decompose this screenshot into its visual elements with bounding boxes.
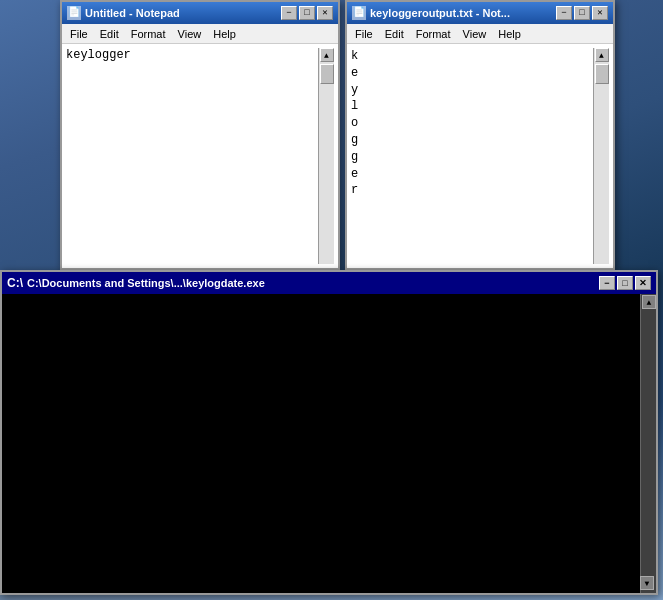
notepad1-title: Untitled - Notepad	[85, 7, 180, 19]
notepad1-close-button[interactable]: ✕	[317, 6, 333, 20]
notepad1-icon: 📄	[67, 6, 81, 20]
notepad2-window: 📄 keyloggeroutput.txt - Not... − □ ✕ Fil…	[345, 0, 615, 270]
cmd-window: C:\ C:\Documents and Settings\...\keylog…	[0, 270, 658, 595]
notepad1-menu-view[interactable]: View	[172, 26, 208, 42]
cmd-icon: C:\	[7, 276, 23, 290]
notepad1-scroll-thumb[interactable]	[320, 64, 334, 84]
cmd-scroll-up[interactable]: ▲	[642, 295, 656, 309]
notepad1-menu-format[interactable]: Format	[125, 26, 172, 42]
vertical-char: e	[351, 65, 593, 82]
notepad1-scroll-up[interactable]: ▲	[320, 48, 334, 62]
vertical-char: y	[351, 82, 593, 99]
notepad2-menu-view[interactable]: View	[457, 26, 493, 42]
notepad1-menu-edit[interactable]: Edit	[94, 26, 125, 42]
notepad1-minimize-button[interactable]: −	[281, 6, 297, 20]
notepad2-minimize-button[interactable]: −	[556, 6, 572, 20]
cmd-minimize-button[interactable]: −	[599, 276, 615, 290]
cmd-maximize-button[interactable]: □	[617, 276, 633, 290]
notepad2-title: keyloggeroutput.txt - Not...	[370, 7, 510, 19]
vertical-char: g	[351, 132, 593, 149]
notepad2-icon: 📄	[352, 6, 366, 20]
cmd-scrollbar[interactable]: ▲ ▼	[640, 294, 656, 593]
cmd-close-button[interactable]: ✕	[635, 276, 651, 290]
notepad1-window-buttons: − □ ✕	[281, 6, 333, 20]
notepad2-menu-format[interactable]: Format	[410, 26, 457, 42]
notepad2-scrollbar[interactable]: ▲	[593, 48, 609, 264]
vertical-char: e	[351, 166, 593, 183]
notepad1-content-area[interactable]: keylogger ▲	[62, 44, 338, 268]
cmd-content[interactable]: ▲ ▼	[2, 294, 656, 593]
notepad1-menu-file[interactable]: File	[64, 26, 94, 42]
notepad2-menu-file[interactable]: File	[349, 26, 379, 42]
notepad2-scroll-up[interactable]: ▲	[595, 48, 609, 62]
notepad2-window-buttons: − □ ✕	[556, 6, 608, 20]
cmd-window-buttons: − □ ✕	[599, 276, 651, 290]
vertical-char: l	[351, 98, 593, 115]
notepad2-menubar: File Edit Format View Help	[347, 24, 613, 44]
notepad1-menubar: File Edit Format View Help	[62, 24, 338, 44]
notepad2-close-button[interactable]: ✕	[592, 6, 608, 20]
notepad1-window: 📄 Untitled - Notepad − □ ✕ File Edit For…	[60, 0, 340, 270]
cmd-scroll-down[interactable]: ▼	[640, 576, 654, 590]
notepad1-titlebar: 📄 Untitled - Notepad − □ ✕	[62, 2, 338, 24]
vertical-char: k	[351, 48, 593, 65]
notepad1-maximize-button[interactable]: □	[299, 6, 315, 20]
notepad2-titlebar: 📄 keyloggeroutput.txt - Not... − □ ✕	[347, 2, 613, 24]
notepad2-scroll-thumb[interactable]	[595, 64, 609, 84]
notepad2-maximize-button[interactable]: □	[574, 6, 590, 20]
vertical-char: r	[351, 182, 593, 199]
cmd-scroll-down-container: ▼	[639, 575, 655, 591]
notepad1-text[interactable]: keylogger	[66, 48, 318, 264]
notepad2-text: keylogger	[351, 48, 593, 264]
desktop: 📄 Untitled - Notepad − □ ✕ File Edit For…	[0, 0, 663, 600]
notepad1-menu-help[interactable]: Help	[207, 26, 242, 42]
notepad2-menu-help[interactable]: Help	[492, 26, 527, 42]
notepad2-content-area[interactable]: keylogger ▲	[347, 44, 613, 268]
cmd-title: C:\Documents and Settings\...\keylogdate…	[27, 277, 265, 289]
notepad1-scrollbar[interactable]: ▲	[318, 48, 334, 264]
cmd-titlebar: C:\ C:\Documents and Settings\...\keylog…	[2, 272, 656, 294]
vertical-char: g	[351, 149, 593, 166]
notepad2-vertical-text: keylogger	[351, 48, 593, 199]
vertical-char: o	[351, 115, 593, 132]
notepad2-menu-edit[interactable]: Edit	[379, 26, 410, 42]
